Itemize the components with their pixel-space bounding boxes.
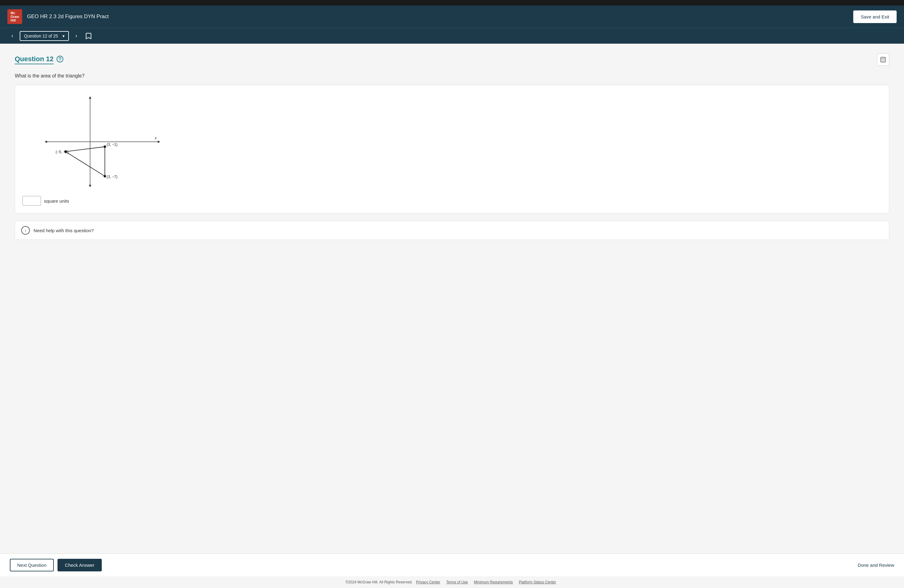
logo: McGrawHill [7,9,22,24]
svg-text:(3, −1): (3, −1) [107,142,117,147]
save-exit-button[interactable]: Save and Exit [853,11,897,23]
svg-marker-13 [158,141,160,143]
question-text: What is the area of the triangle? [15,73,889,79]
svg-text:x: x [154,136,157,140]
graph-container: x (3, −1) (−5, −2) (3, −7) [15,85,889,213]
top-bar [0,0,904,6]
svg-point-19 [104,145,106,148]
bookmark-button[interactable] [84,31,93,41]
logo-text: McGrawHill [11,11,19,22]
svg-marker-18 [65,147,105,176]
question-selector[interactable]: Question 12 of 25 ▾ [20,31,69,41]
header-left: McGrawHill GEO HR 2.3 2d Figures DYN Pra… [7,9,109,24]
svg-rect-3 [881,58,883,59]
question-header: Question 12 [15,54,889,66]
svg-rect-10 [884,61,885,62]
svg-marker-16 [89,185,91,187]
svg-point-1 [60,60,60,61]
svg-rect-5 [881,59,882,60]
svg-rect-6 [883,59,884,60]
header: McGrawHill GEO HR 2.3 2d Figures DYN Pra… [0,6,904,28]
answer-row: square units [22,196,882,206]
page-footer: ©2024 McGraw Hill. All Rights Reserved. … [0,576,904,588]
help-chevron-icon: › [25,228,27,233]
footer-left: Next Question Check Answer [10,559,102,571]
chevron-down-icon: ▾ [62,33,65,38]
hint-icon[interactable] [57,56,63,64]
next-question-nav-button[interactable]: › [71,31,81,41]
copyright-text: ©2024 McGraw Hill. All Rights Reserved. [345,580,412,584]
help-text: Need help with this question? [33,228,94,233]
help-section[interactable]: › Need help with this question? [15,221,889,240]
min-req-link[interactable]: Minimum Requirements [474,580,513,584]
svg-marker-15 [89,96,91,99]
help-circle-icon: › [21,226,30,235]
prev-question-button[interactable]: ‹ [7,31,17,41]
next-question-button[interactable]: Next Question [10,559,54,571]
nav-bar: ‹ Question 12 of 25 ▾ › [0,28,904,44]
check-answer-button[interactable]: Check Answer [57,559,102,571]
svg-point-21 [104,175,106,177]
svg-rect-8 [881,61,882,62]
main-content: Question 12 [0,44,904,553]
privacy-link[interactable]: Privacy Center [416,580,440,584]
calculator-icon [880,57,886,63]
coordinate-plane: x (3, −1) (−5, −2) (3, −7) [22,93,182,191]
answer-input[interactable] [22,196,41,206]
question-title: Question 12 [15,55,54,64]
app-title: GEO HR 2.3 2d Figures DYN Pract [27,14,109,20]
platform-link[interactable]: Platform Status Center [519,580,556,584]
question-selector-label: Question 12 of 25 [24,33,58,38]
svg-text:(−5, −2): (−5, −2) [56,150,69,154]
svg-rect-7 [884,59,885,60]
terms-link[interactable]: Terms of Use [446,580,468,584]
footer-bar: Next Question Check Answer Done and Revi… [0,553,904,576]
answer-unit: square units [44,198,69,204]
svg-rect-4 [883,58,885,59]
bookmark-icon [85,33,92,40]
svg-rect-9 [883,61,884,62]
done-review-button[interactable]: Done and Review [858,563,894,568]
question-title-row: Question 12 [15,55,63,64]
svg-marker-14 [44,141,47,143]
svg-text:(3, −7): (3, −7) [107,175,117,179]
calculator-button[interactable] [877,54,889,66]
